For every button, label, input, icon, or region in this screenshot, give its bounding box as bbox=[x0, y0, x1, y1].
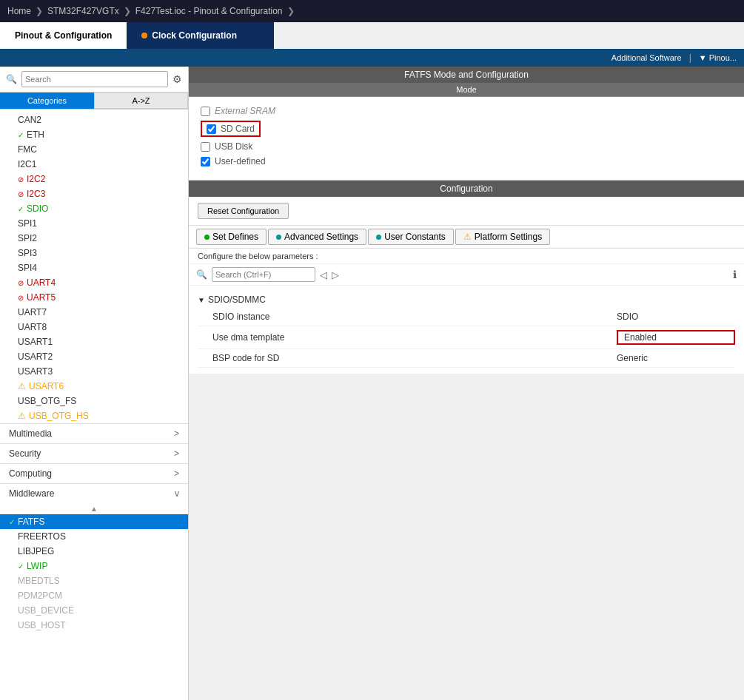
param-sdio-instance-name: SDIO instance bbox=[212, 312, 617, 322]
search-next-icon[interactable]: ▷ bbox=[332, 269, 339, 280]
platform-settings-dot: ⚠ bbox=[463, 232, 472, 242]
sidebar-item-pdm2pcm[interactable]: PDM2PCM bbox=[0, 588, 188, 603]
sidebar-section-middleware[interactable]: Middleware v bbox=[0, 483, 188, 503]
sidebar-item-mbedtls[interactable]: MBEDTLS bbox=[0, 573, 188, 588]
sdio-label: SDIO bbox=[27, 203, 48, 214]
sidebar-item-usb-host[interactable]: USB_HOST bbox=[0, 618, 188, 633]
params-label: Configure the below parameters : bbox=[189, 249, 744, 264]
sidebar-item-i2c3[interactable]: ⊘ I2C3 bbox=[0, 186, 188, 201]
mode-item-user-defined: User-defined bbox=[201, 156, 732, 166]
sidebar-item-spi4[interactable]: SPI4 bbox=[0, 260, 188, 275]
external-sram-checkbox[interactable] bbox=[201, 107, 210, 116]
sidebar-item-fmc[interactable]: FMC bbox=[0, 142, 188, 157]
additional-software-label[interactable]: Additional Software bbox=[611, 53, 682, 62]
eth-label: ETH bbox=[27, 129, 44, 140]
sidebar-item-usart2[interactable]: USART2 bbox=[0, 349, 188, 364]
reset-config-button[interactable]: Reset Configuration bbox=[198, 203, 289, 219]
set-defines-dot bbox=[204, 235, 210, 240]
tab-advanced-settings[interactable]: Advanced Settings bbox=[268, 229, 366, 245]
sidebar-item-uart7[interactable]: UART7 bbox=[0, 305, 188, 320]
mode-section: External SRAM SD Card USB Disk User-defi… bbox=[189, 97, 744, 181]
security-arrow-icon: > bbox=[174, 448, 179, 459]
search-prev-icon[interactable]: ◁ bbox=[320, 269, 327, 280]
breadcrumb-sep-1: ❯ bbox=[36, 6, 43, 16]
info-icon[interactable]: ℹ bbox=[733, 269, 737, 280]
gear-icon[interactable]: ⚙ bbox=[172, 73, 182, 85]
usb-disk-checkbox[interactable] bbox=[201, 142, 210, 152]
group-collapse-icon: ▼ bbox=[198, 296, 205, 304]
sidebar-item-usart1[interactable]: USART1 bbox=[0, 334, 188, 349]
sidebar-item-libjpeg[interactable]: LIBJPEG bbox=[0, 544, 188, 559]
sdio-check-icon: ✓ bbox=[18, 205, 24, 213]
breadcrumb-sep-3: ❯ bbox=[287, 6, 295, 16]
user-defined-checkbox[interactable] bbox=[201, 157, 210, 166]
config-search-icon: 🔍 bbox=[196, 269, 207, 280]
usb-otg-hs-warn-icon: ⚠ bbox=[18, 411, 26, 421]
sidebar-item-spi1[interactable]: SPI1 bbox=[0, 216, 188, 231]
tab-az[interactable]: A->Z bbox=[94, 92, 188, 109]
sidebar-item-spi2[interactable]: SPI2 bbox=[0, 231, 188, 246]
sidebar-section-security[interactable]: Security > bbox=[0, 443, 188, 463]
breadcrumb-project[interactable]: F427Test.ioc - Pinout & Configuration bbox=[135, 6, 283, 16]
tab-set-defines[interactable]: Set Defines bbox=[196, 229, 267, 245]
sidebar-item-lwip[interactable]: ✓ LWIP bbox=[0, 559, 188, 573]
sidebar-item-eth[interactable]: ✓ ETH bbox=[0, 127, 188, 142]
sidebar-item-i2c1[interactable]: I2C1 bbox=[0, 157, 188, 172]
pinout-dropdown[interactable]: ▼ Pinou... bbox=[699, 53, 737, 62]
sidebar-section-multimedia[interactable]: Multimedia > bbox=[0, 423, 188, 443]
breadcrumb-home[interactable]: Home bbox=[7, 6, 31, 16]
mode-item-usb-disk: USB Disk bbox=[201, 141, 732, 152]
sidebar-item-uart8[interactable]: UART8 bbox=[0, 320, 188, 334]
tab-pinout[interactable]: Pinout & Configuration bbox=[0, 22, 127, 49]
sidebar-item-usart3[interactable]: USART3 bbox=[0, 364, 188, 379]
breadcrumb: Home ❯ STM32F427VGTx ❯ F427Test.ioc - Pi… bbox=[0, 0, 744, 22]
sidebar-item-fatfs[interactable]: ✓ FATFS bbox=[0, 514, 188, 529]
usart3-label: USART3 bbox=[18, 366, 53, 377]
spi1-label: SPI1 bbox=[18, 218, 37, 229]
param-use-dma-value: Enabled bbox=[617, 330, 735, 345]
scroll-up-indicator[interactable]: ▲ bbox=[0, 503, 188, 514]
param-group-header[interactable]: ▼ SDIO/SDMMC bbox=[198, 292, 735, 308]
mode-label: Mode bbox=[189, 83, 744, 97]
sidebar-item-sdio[interactable]: ✓ SDIO bbox=[0, 201, 188, 216]
mode-item-external-sram: External SRAM bbox=[201, 106, 732, 116]
sidebar-section-computing[interactable]: Computing > bbox=[0, 463, 188, 483]
uart5-label: UART5 bbox=[27, 292, 56, 303]
sidebar-item-can2[interactable]: CAN2 bbox=[0, 112, 188, 127]
config-toolbar: Reset Configuration bbox=[189, 197, 744, 226]
tab-extra[interactable] bbox=[252, 22, 274, 49]
sidebar-item-freertos[interactable]: FREERTOS bbox=[0, 529, 188, 544]
tab-user-constants[interactable]: User Constants bbox=[368, 229, 454, 245]
usart2-label: USART2 bbox=[18, 351, 53, 362]
sidebar-item-uart4[interactable]: ⊘ UART4 bbox=[0, 275, 188, 290]
sidebar-item-uart5[interactable]: ⊘ UART5 bbox=[0, 290, 188, 305]
params-table: ▼ SDIO/SDMMC SDIO instance SDIO Use dma … bbox=[189, 286, 744, 374]
config-search-input[interactable] bbox=[212, 267, 315, 282]
sidebar-item-usb-otg-hs[interactable]: ⚠ USB_OTG_HS bbox=[0, 408, 188, 423]
breadcrumb-mcu[interactable]: STM32F427VGTx bbox=[47, 6, 119, 16]
tab-platform-settings[interactable]: ⚠ Platform Settings bbox=[455, 229, 550, 245]
sidebar-item-usb-otg-fs[interactable]: USB_OTG_FS bbox=[0, 394, 188, 408]
sidebar-item-i2c2[interactable]: ⊘ I2C2 bbox=[0, 172, 188, 186]
sd-card-checkbox[interactable] bbox=[207, 124, 216, 134]
tab-categories[interactable]: Categories bbox=[0, 92, 94, 109]
usart1-label: USART1 bbox=[18, 337, 53, 347]
multimedia-label: Multimedia bbox=[9, 428, 52, 439]
sidebar-item-usb-device[interactable]: USB_DEVICE bbox=[0, 603, 188, 618]
sidebar-search-bar: 🔍 ⚙ bbox=[0, 67, 188, 92]
freertos-label: FREERTOS bbox=[18, 531, 66, 542]
spi2-label: SPI2 bbox=[18, 233, 37, 243]
param-sdio-instance-value: SDIO bbox=[617, 312, 735, 322]
middleware-arrow-icon: v bbox=[175, 488, 179, 499]
secondary-bar: Additional Software | ▼ Pinou... bbox=[0, 49, 744, 67]
group-label: SDIO/SDMMC bbox=[208, 295, 266, 305]
sd-card-label: SD Card bbox=[221, 124, 255, 134]
uart5-error-icon: ⊘ bbox=[18, 294, 24, 302]
uart4-label: UART4 bbox=[27, 277, 56, 288]
sidebar-item-usart6[interactable]: ⚠ USART6 bbox=[0, 379, 188, 394]
search-input[interactable] bbox=[21, 71, 168, 87]
mbedtls-label: MBEDTLS bbox=[18, 576, 60, 586]
tab-clock[interactable]: Clock Configuration bbox=[127, 22, 252, 49]
computing-arrow-icon: > bbox=[174, 468, 179, 479]
sidebar-item-spi3[interactable]: SPI3 bbox=[0, 246, 188, 260]
